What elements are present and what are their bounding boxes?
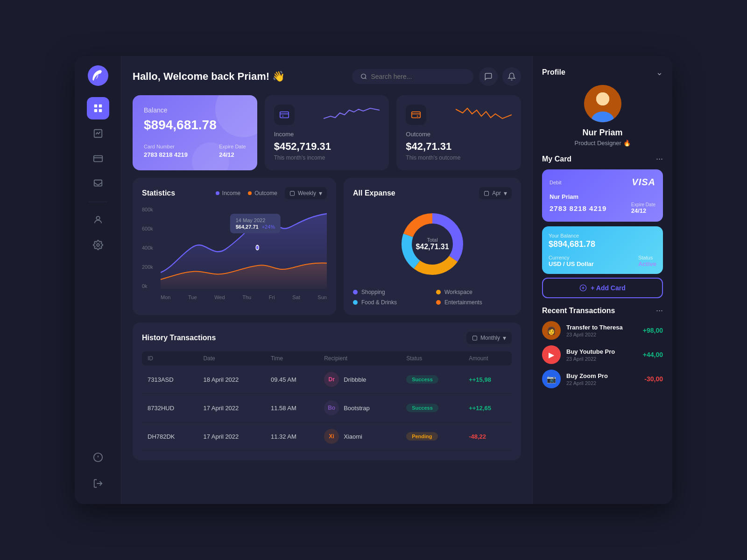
my-card-header: My Card ···: [542, 154, 663, 164]
table-row: 7313ASD 18 April 2022 09.45 AM Dr Dribbb…: [142, 365, 512, 394]
message-icon: [484, 72, 493, 81]
outcome-card: Outcome $42,71.31 This month's outcome: [396, 95, 521, 170]
sidebar-nav: [87, 97, 109, 442]
expanse-chevron-icon: ▾: [504, 189, 507, 197]
food-drinks-dot: [353, 300, 358, 305]
outcome-icon: [411, 110, 421, 120]
transactions-card: History Transactions Monthly ▾ ID Date T…: [133, 322, 521, 460]
svg-point-8: [96, 217, 99, 220]
message-button[interactable]: [479, 67, 498, 86]
sidebar-item-dashboard[interactable]: [87, 97, 109, 119]
cell-date: 17 April 2022: [197, 394, 265, 422]
card-expiry: Expire Date 24/12: [631, 202, 655, 214]
shopping-dot: [353, 290, 358, 294]
balance-card: Balance $894,681.78 Card Number 2783 821…: [133, 95, 257, 170]
notification-button[interactable]: [502, 67, 521, 86]
middle-row: Statistics Income Outcome: [133, 178, 521, 315]
balance-amount: $894,681.78: [144, 118, 246, 133]
recent-tx-icon: 👩: [542, 321, 561, 340]
recent-tx-date: 22 April 2022: [566, 380, 639, 386]
recent-tx-amount: +98,00: [643, 327, 663, 334]
statistics-card: Statistics Income Outcome: [133, 178, 336, 315]
expire-section: Expire Date 24/12: [219, 144, 246, 158]
search-input[interactable]: [371, 73, 465, 80]
card-top-row: Debit VISA: [550, 177, 655, 188]
sidebar-item-cards[interactable]: [87, 147, 109, 170]
balance-card-small: Your Balance $894,681.78 Currency USD / …: [542, 226, 663, 274]
transactions-calendar-icon: [472, 335, 478, 341]
recent-tx-item: 👩 Transfer to Theresa 23 April 2022 +98,…: [542, 321, 663, 340]
income-dot: [216, 191, 219, 195]
chart-filter-weekly[interactable]: Weekly ▾: [285, 187, 327, 199]
profile-header: Profile ⌄: [542, 67, 663, 77]
cell-time: 11.58 AM: [265, 394, 318, 422]
recent-tx-icon: 📷: [542, 370, 561, 388]
status-badge: Success: [406, 375, 438, 384]
cell-recipient: Bo Bootstrap: [318, 394, 401, 422]
svg-rect-0: [94, 105, 97, 107]
donut-chart: Total $42,71.31: [395, 207, 470, 281]
recent-tx-more-button[interactable]: ···: [656, 306, 663, 315]
add-icon: [579, 284, 587, 292]
recent-tx-info: Buy Youtube Pro 23 April 2022: [566, 348, 637, 362]
col-id: ID: [142, 351, 197, 365]
cell-date: 18 April 2022: [197, 365, 265, 394]
avatar-image: [584, 85, 621, 122]
expanse-header: All Expanse Apr ▾: [353, 187, 512, 199]
sidebar-item-logout[interactable]: [87, 472, 109, 495]
card-number: 2783 8218 4219: [550, 204, 606, 212]
profile-section: Profile ⌄: [542, 67, 663, 147]
chart-header: Statistics Income Outcome: [142, 187, 327, 199]
sidebar-item-analytics[interactable]: [87, 122, 109, 145]
outcome-sublabel: This month's outcome: [406, 154, 512, 161]
profile-title: Profile: [542, 68, 565, 77]
cell-time: 09.45 AM: [265, 365, 318, 394]
month-filter[interactable]: Apr ▾: [479, 187, 512, 199]
profile-role: Product Designer 🔥: [542, 140, 663, 147]
cell-date: 17 April 2022: [197, 422, 265, 451]
my-card-more-button[interactable]: ···: [656, 154, 663, 164]
cell-recipient: Xi Xiaomi: [318, 422, 401, 451]
outcome-label: Outcome: [406, 131, 512, 138]
recipient-icon: Bo: [324, 400, 339, 415]
bell-icon: [507, 72, 516, 81]
app-logo[interactable]: [88, 65, 108, 86]
cell-id: DH782DK: [142, 422, 197, 451]
table-row: DH782DK 17 April 2022 11.32 AM Xi Xiaomi…: [142, 422, 512, 451]
col-recipient: Recipient: [318, 351, 401, 365]
card-type-label: Debit: [550, 180, 562, 185]
profile-chevron-button[interactable]: ⌄: [656, 67, 663, 77]
chart-x-labels: Mon Tue Wed Thu Fri Sat Sun: [161, 294, 327, 300]
balance-label: Balance: [144, 106, 246, 114]
header-greeting: Hallo, Welcome back Priam! 👋: [133, 70, 285, 83]
outcome-card-top: [406, 105, 512, 125]
sidebar-item-settings[interactable]: [87, 234, 109, 256]
recent-tx-title: Recent Transactions: [542, 307, 615, 315]
chevron-down-icon: ⌄: [656, 68, 663, 77]
main-content: Hallo, Welcome back Priam! 👋: [121, 56, 532, 504]
calendar-icon: [289, 190, 295, 196]
search-bar[interactable]: [352, 69, 473, 84]
svg-point-14: [361, 74, 366, 79]
workspace-dot: [436, 290, 441, 294]
income-icon-wrap: [274, 105, 295, 125]
add-card-button[interactable]: + Add Card: [542, 278, 663, 298]
cell-id: 8732HUD: [142, 394, 197, 422]
legend-outcome: Outcome: [248, 190, 277, 196]
outcome-amount: $42,71.31: [406, 140, 512, 153]
sidebar-item-profile[interactable]: [87, 209, 109, 231]
outcome-dot: [248, 191, 252, 195]
transactions-filter[interactable]: Monthly ▾: [466, 332, 512, 344]
recent-tx-amount: -30,00: [644, 375, 663, 383]
expanse-legend: Shopping Workspace Food & Drinks Enterta…: [353, 289, 512, 306]
legend-food-drinks: Food & Drinks: [353, 299, 429, 306]
col-time: Time: [265, 351, 318, 365]
svg-rect-3: [99, 109, 101, 112]
sidebar-item-messages[interactable]: [87, 173, 109, 195]
transactions-header: History Transactions Monthly ▾: [142, 332, 512, 344]
income-sublabel: This month's income: [274, 154, 380, 161]
legend-shopping: Shopping: [353, 289, 429, 295]
sidebar-divider: [89, 202, 107, 202]
sidebar-item-info[interactable]: [87, 446, 109, 469]
recent-transactions-section: Recent Transactions ··· 👩 Transfer to Th…: [542, 306, 663, 388]
